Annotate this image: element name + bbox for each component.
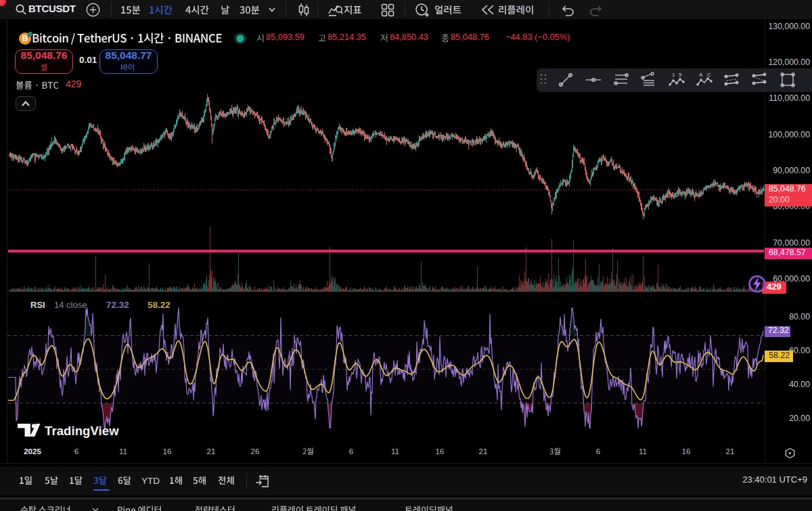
svg-text:A: A: [699, 72, 703, 78]
svg-text:1: 1: [672, 72, 675, 78]
svg-text:5: 5: [679, 72, 682, 78]
svg-text:C: C: [707, 72, 711, 78]
